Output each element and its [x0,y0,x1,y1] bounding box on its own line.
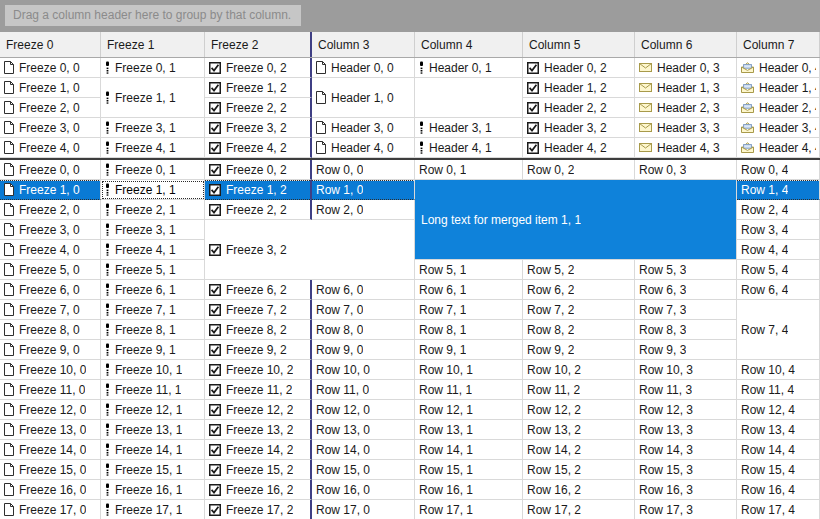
fixed-row-cell[interactable]: Header 0, 4 [737,58,820,78]
data-row-cell[interactable]: Freeze 8, 0 [0,320,101,340]
data-row-cell[interactable]: Row 8, 0 [312,320,415,340]
data-row-cell[interactable]: Freeze 8, 1 [101,320,205,340]
fixed-row-cell[interactable]: Freeze 0, 1 [101,58,205,78]
data-row-cell[interactable]: Freeze 7, 1 [101,300,205,320]
column-header-freeze-2[interactable]: Freeze 2 [205,32,312,57]
data-row-cell[interactable]: Freeze 15, 1 [101,460,205,480]
data-row-cell[interactable]: Freeze 10, 2 [205,360,312,380]
data-row-cell[interactable]: Row 8, 1 [415,320,523,340]
data-row-cell[interactable]: Row 11, 2 [523,380,635,400]
data-row-cell[interactable]: Freeze 1, 1 [101,180,205,200]
data-row-cell[interactable]: Row 15, 1 [415,460,523,480]
fixed-row-cell[interactable] [415,78,523,118]
data-row-cell[interactable]: Row 15, 2 [523,460,635,480]
fixed-row-cell[interactable]: Freeze 1, 0 [0,78,101,98]
fixed-row-cell[interactable]: Header 1, 4 [737,78,820,98]
data-row-cell[interactable]: Row 16, 0 [312,480,415,500]
data-row-cell[interactable]: Long text for merged item 1, 1 [415,180,737,260]
data-row-cell[interactable]: Row 2, 4 [737,200,820,220]
fixed-row-cell[interactable]: Header 2, 3 [635,98,737,118]
data-row-cell[interactable]: Row 17, 3 [635,500,737,519]
data-row-cell[interactable]: Freeze 6, 0 [0,280,101,300]
group-by-panel[interactable]: Drag a column header here to group by th… [0,0,820,32]
data-row-cell[interactable]: Freeze 8, 2 [205,320,312,340]
fixed-row-cell[interactable]: Freeze 0, 0 [0,58,101,78]
data-row-cell[interactable]: Row 6, 4 [737,280,820,300]
data-row-cell[interactable]: Row 5, 1 [415,260,523,280]
fixed-row-cell[interactable]: Header 0, 1 [415,58,523,78]
fixed-row-cell[interactable]: Freeze 3, 0 [0,118,101,138]
data-row-cell[interactable]: Row 6, 3 [635,280,737,300]
data-row-cell[interactable]: Freeze 17, 1 [101,500,205,519]
data-row-cell[interactable]: Freeze 0, 1 [101,160,205,180]
data-row-cell[interactable]: Row 12, 0 [312,400,415,420]
data-row-cell[interactable]: Row 7, 0 [312,300,415,320]
data-row-cell[interactable]: Freeze 2, 1 [101,200,205,220]
data-row-cell[interactable]: Freeze 13, 0 [0,420,101,440]
data-row-cell[interactable]: Row 4, 4 [737,240,820,260]
data-row-cell[interactable]: Freeze 0, 2 [205,160,312,180]
data-row-cell[interactable]: Freeze 13, 1 [101,420,205,440]
fixed-row-cell[interactable]: Freeze 2, 0 [0,98,101,118]
data-row-cell[interactable]: Row 6, 1 [415,280,523,300]
fixed-row-cell[interactable]: Header 3, 0 [312,118,415,138]
data-row-cell[interactable]: Row 0, 0 [312,160,415,180]
data-row-cell[interactable]: Row 11, 4 [737,380,820,400]
data-row-cell[interactable]: Row 6, 0 [312,280,415,300]
data-row-cell[interactable]: Freeze 2, 0 [0,200,101,220]
fixed-row-cell[interactable]: Header 3, 1 [415,118,523,138]
data-row-cell[interactable]: Freeze 9, 1 [101,340,205,360]
data-row-cell[interactable]: Row 16, 1 [415,480,523,500]
data-row-cell[interactable]: Row 11, 1 [415,380,523,400]
data-row-cell[interactable]: Row 0, 3 [635,160,737,180]
data-row-cell[interactable]: Row 7, 4 [737,300,820,360]
data-row-cell[interactable]: Freeze 4, 1 [101,240,205,260]
data-row-cell[interactable]: Row 0, 2 [523,160,635,180]
fixed-row-cell[interactable]: Header 4, 2 [523,138,635,158]
data-row-cell[interactable]: Row 0, 4 [737,160,820,180]
data-row-cell[interactable]: Row 14, 0 [312,440,415,460]
data-row-cell[interactable]: Freeze 14, 1 [101,440,205,460]
data-row-cell[interactable]: Freeze 6, 1 [101,280,205,300]
fixed-row-cell[interactable]: Header 3, 4 [737,118,820,138]
data-row-cell[interactable]: Row 13, 2 [523,420,635,440]
data-row-cell[interactable]: Row 11, 3 [635,380,737,400]
data-row-cell[interactable]: Freeze 0, 0 [0,160,101,180]
data-row-cell[interactable]: Freeze 11, 0 [0,380,101,400]
data-row-cell[interactable]: Freeze 10, 1 [101,360,205,380]
fixed-row-cell[interactable]: Freeze 4, 0 [0,138,101,158]
fixed-row-cell[interactable]: Freeze 1, 1 [101,78,205,118]
fixed-row-cell[interactable]: Freeze 4, 1 [101,138,205,158]
data-row-cell[interactable]: Row 13, 3 [635,420,737,440]
data-row-cell[interactable]: Freeze 11, 2 [205,380,312,400]
data-row-cell[interactable]: Row 1, 0 [312,180,415,200]
data-row-cell[interactable]: Row 12, 4 [737,400,820,420]
fixed-row-cell[interactable]: Header 2, 2 [523,98,635,118]
data-row-cell[interactable]: Freeze 16, 1 [101,480,205,500]
data-row-cell[interactable]: Row 7, 1 [415,300,523,320]
data-row-cell[interactable]: Freeze 17, 2 [205,500,312,519]
data-row-cell[interactable]: Row 12, 3 [635,400,737,420]
fixed-row-cell[interactable]: Header 4, 0 [312,138,415,158]
fixed-row-cell[interactable]: Header 0, 3 [635,58,737,78]
fixed-row-cell[interactable]: Header 0, 0 [312,58,415,78]
data-row-cell[interactable]: Row 7, 2 [523,300,635,320]
data-row-cell[interactable]: Row 14, 1 [415,440,523,460]
data-row-cell[interactable]: Row 5, 4 [737,260,820,280]
data-row-cell[interactable]: Row 5, 2 [523,260,635,280]
fixed-row-cell[interactable]: Freeze 4, 2 [205,138,312,158]
data-row-cell[interactable]: Row 10, 3 [635,360,737,380]
fixed-row-cell[interactable]: Header 4, 3 [635,138,737,158]
column-header-freeze-0[interactable]: Freeze 0 [0,32,101,57]
data-row-cell[interactable]: Row 14, 4 [737,440,820,460]
column-header-column-7[interactable]: Column 7 [737,32,820,57]
data-row-cell[interactable]: Row 13, 0 [312,420,415,440]
data-row-cell[interactable]: Freeze 15, 2 [205,460,312,480]
data-row-cell[interactable]: Freeze 12, 1 [101,400,205,420]
data-row-cell[interactable]: Row 16, 3 [635,480,737,500]
data-row-cell[interactable]: Row 10, 4 [737,360,820,380]
fixed-row-cell[interactable]: Freeze 1, 2 [205,78,312,98]
column-header-freeze-1[interactable]: Freeze 1 [101,32,205,57]
data-row-cell[interactable]: Row 10, 2 [523,360,635,380]
data-row-cell[interactable]: Freeze 17, 0 [0,500,101,519]
